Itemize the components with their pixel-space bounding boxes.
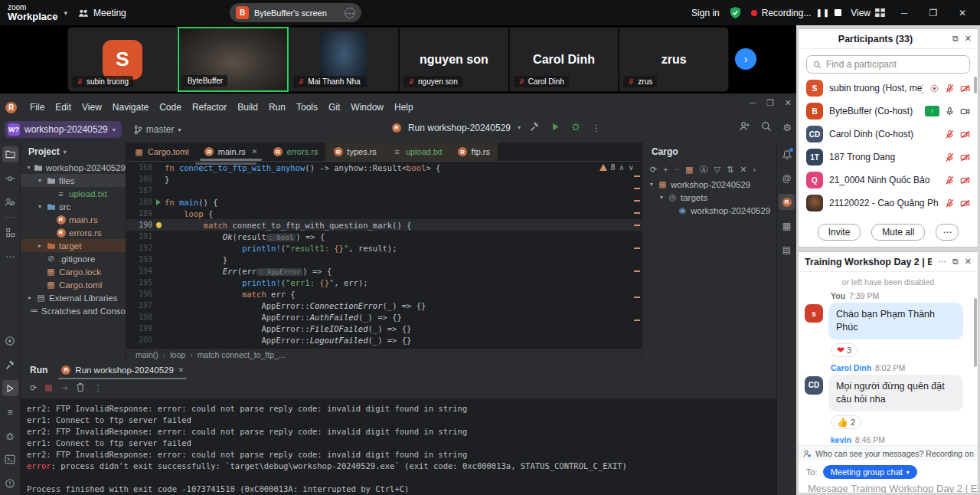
run-tab[interactable]: R Run workshop-20240529 ✕	[58, 360, 187, 379]
close-icon[interactable]: ✕	[965, 34, 972, 44]
minimize-button[interactable]: ─	[894, 8, 914, 18]
security-shield-icon[interactable]	[729, 6, 742, 19]
next-participants-button[interactable]: ›	[735, 48, 756, 70]
warning-stripe-mark[interactable]	[634, 248, 640, 249]
tab-main-rs[interactable]: Rmain.rs✕	[197, 143, 266, 161]
menu-view[interactable]: View	[77, 102, 107, 113]
todo-icon[interactable]: ≡	[2, 404, 18, 420]
code-line[interactable]: 191 Ok(result: bool) => {	[126, 231, 642, 242]
breadcrumb-item[interactable]: match connect_to_ftp_...	[198, 350, 286, 359]
cargo-tree-item[interactable]: ▾◎targets	[642, 191, 776, 204]
debug-button[interactable]	[569, 121, 583, 134]
mic-off-icon[interactable]	[945, 129, 955, 139]
reaction-chip[interactable]: ❤3	[831, 343, 858, 357]
settings-gear-icon[interactable]: ⚙	[782, 122, 792, 133]
tab-errors-rs[interactable]: Rerrors.rs	[265, 143, 325, 161]
video-tile[interactable]: Ssubin truong	[67, 27, 178, 92]
participant-row[interactable]: 21120022 - Cao Quảng Phát	[799, 192, 978, 215]
debug-icon[interactable]	[2, 428, 18, 444]
video-tile[interactable]: nguyen sonnguyen son	[399, 27, 509, 92]
tab-upload-txt[interactable]: ≡upload.txt	[384, 143, 450, 161]
chat-recipient-selector[interactable]: Meeting group chat ▾	[823, 465, 917, 479]
collapse-all-icon[interactable]: ✕	[740, 165, 746, 175]
mic-on-icon[interactable]	[945, 107, 955, 116]
video-tile[interactable]: Carol DinhCarol Dinh	[509, 27, 619, 92]
more-icon[interactable]: ›	[753, 165, 756, 174]
menu-code[interactable]: Code	[154, 102, 187, 113]
search-everywhere-icon[interactable]	[761, 121, 772, 134]
cargo-tree-item[interactable]: ▾▦workshop-20240529	[642, 178, 776, 191]
code-line[interactable]: 168fn connect_to_ftp_with_anyhow() -> an…	[126, 162, 642, 173]
participant-row[interactable]: Ssubin truong (Host, me)	[799, 77, 978, 100]
cargo-icon[interactable]: ▦	[685, 165, 693, 175]
more-icon[interactable]: ⋯	[2, 248, 18, 264]
maximize-button[interactable]: ❐	[923, 8, 943, 18]
video-tile[interactable]: Mai Thanh Nha	[289, 27, 399, 92]
invite-button[interactable]: Invite	[818, 224, 861, 241]
warning-stripe-mark[interactable]	[634, 225, 640, 226]
video-tile[interactable]: ByteBuffer	[178, 27, 289, 92]
close-icon[interactable]: ✕	[965, 257, 972, 267]
tab-Cargo-toml[interactable]: ▦Cargo.toml	[126, 143, 197, 161]
tree-item[interactable]: Rmain.rs	[21, 213, 126, 226]
tab-types-rs[interactable]: Rtypes.rs	[325, 143, 384, 161]
tree-item[interactable]: ≡upload.txt	[21, 187, 126, 200]
warning-stripe-mark[interactable]	[634, 200, 640, 202]
notifications-icon[interactable]	[779, 146, 795, 162]
dependencies-icon[interactable]: ▤	[779, 241, 795, 257]
share-options-icon[interactable]: ⋯	[345, 8, 355, 18]
warning-stripe-mark[interactable]	[634, 175, 640, 177]
code-line[interactable]: 199 AppError::FileIOFailed(_) => {}	[126, 323, 642, 334]
stop-recording-button[interactable]	[835, 9, 841, 16]
build-icon[interactable]	[2, 356, 18, 372]
breadcrumb-item[interactable]: main()	[136, 350, 158, 359]
chat-scrollbar[interactable]	[974, 298, 977, 367]
cargo-tree-item[interactable]: ◉workshop-20240529	[642, 204, 776, 217]
participant-row[interactable]: BByteBuffer (Co-host)↑	[799, 100, 978, 123]
project-folder-icon[interactable]	[2, 146, 18, 162]
structure-icon[interactable]	[2, 225, 18, 241]
close-tab-icon[interactable]: ✕	[252, 148, 258, 156]
mic-off-icon[interactable]	[945, 84, 955, 93]
run-button[interactable]	[548, 122, 562, 134]
ide-restore-button[interactable]: ❐	[766, 98, 774, 108]
message-sender[interactable]: kevin	[831, 435, 851, 444]
git-branch-selector[interactable]: master ▾	[134, 124, 181, 135]
code-line[interactable]: 186}	[126, 173, 642, 185]
services-icon[interactable]	[2, 333, 18, 349]
warning-stripe-mark[interactable]	[634, 320, 640, 321]
remove-icon[interactable]: −	[675, 165, 679, 174]
breadcrumb-item[interactable]: loop	[170, 350, 185, 359]
cargo-icon[interactable]: R	[779, 194, 795, 210]
cam-off-icon[interactable]	[960, 129, 970, 139]
ai-assistant-icon[interactable]: @	[779, 170, 795, 186]
video-tile[interactable]: zruszrus	[619, 27, 729, 92]
expand-all-icon[interactable]: ⇅	[727, 165, 733, 175]
warning-stripe-mark[interactable]	[634, 212, 640, 214]
run-config-selector[interactable]: Run workshop-20240529	[408, 123, 511, 133]
reaction-chip[interactable]: 👍2	[831, 415, 861, 429]
intention-bulb-icon[interactable]	[156, 222, 162, 228]
menu-edit[interactable]: Edit	[50, 102, 77, 113]
ide-minimize-button[interactable]: ─	[750, 98, 756, 108]
pull-requests-icon[interactable]	[2, 194, 18, 210]
code-line[interactable]: 198 AppError::AuthFailed(_) => {}	[126, 311, 642, 323]
chat-messages[interactable]: or left have been disabledYou7:39 PMsChà…	[799, 273, 978, 445]
run-icon[interactable]	[2, 380, 18, 396]
tree-item[interactable]: Rerrors.rs	[21, 226, 126, 239]
code-editor[interactable]: 8 ∧ ∨ 168fn connect_to_ftp_with_anyhow()…	[126, 162, 642, 349]
run-gutter-icon[interactable]	[156, 199, 161, 205]
project-panel-header[interactable]: Project ▾	[21, 143, 126, 161]
participants-scrollbar[interactable]	[974, 77, 977, 93]
stop-icon[interactable]	[45, 385, 52, 392]
message-sender[interactable]: Carol Dinh	[831, 363, 871, 372]
run-console[interactable]: err2: FTP InvalidResponse: error: could …	[21, 398, 776, 495]
more-icon[interactable]: ⋮	[93, 383, 102, 393]
cam-off-icon[interactable]	[960, 84, 970, 93]
tree-item[interactable]: ▸target	[21, 239, 126, 252]
participant-row[interactable]: CDCarol Dinh (Co-host)	[799, 123, 978, 146]
menu-build[interactable]: Build	[232, 102, 263, 113]
menu-git[interactable]: Git	[323, 102, 345, 113]
tree-item[interactable]: ▾files	[21, 174, 126, 187]
cam-on-icon[interactable]	[960, 107, 970, 116]
